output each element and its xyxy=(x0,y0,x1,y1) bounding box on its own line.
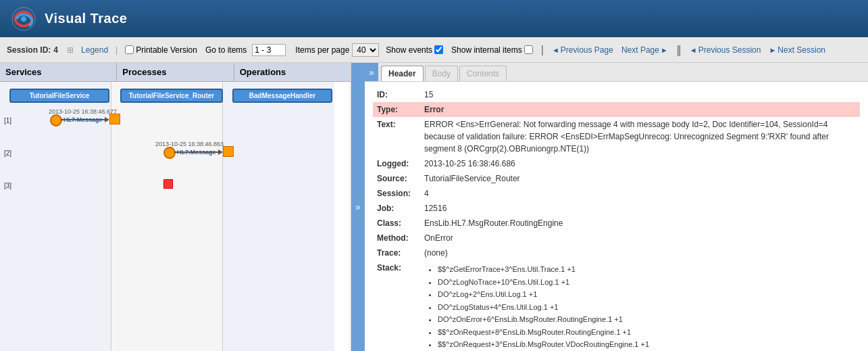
row-source: Source: TutorialFileService_Router xyxy=(373,171,860,186)
col-header-services: Services xyxy=(0,63,117,81)
show-events-checkbox[interactable] xyxy=(434,45,443,54)
row-id: ID: 15 xyxy=(373,87,860,102)
diagram-panel: Services Processes Operations TutorialFi… xyxy=(0,63,351,351)
expand-right-button[interactable]: » xyxy=(365,63,378,81)
printable-checkbox[interactable] xyxy=(125,45,134,54)
row-trace: Trace: (none) xyxy=(373,245,860,260)
col-header-operations: Operations xyxy=(234,63,351,81)
tab-bar: Header Body Contents xyxy=(378,63,509,81)
legend-link[interactable]: Legend xyxy=(81,45,108,55)
field-source-label: Source: xyxy=(373,171,420,186)
msg-circle-2[interactable] xyxy=(163,147,176,159)
row-job: Job: 12516 xyxy=(373,201,860,216)
toolbar: Session ID: 4 ⊞ Legend | Printable Versi… xyxy=(0,37,868,63)
field-method-label: Method: xyxy=(373,231,420,245)
goto-label: Go to items xyxy=(205,45,247,55)
tab-header[interactable]: Header xyxy=(381,66,424,81)
detail-table: ID: 15 Type: Error Text: ERROR <Ens>ErrG… xyxy=(373,87,860,351)
printable-checkbox-label[interactable]: Printable Version xyxy=(125,45,197,55)
stack-item: DO^zLogNoTrace+10^Ens.Util.Log.1 +1 xyxy=(438,276,856,289)
field-type-label: Type: xyxy=(373,102,420,117)
stack-item: DO^zLogStatus+4^Ens.Util.Log.1 +1 xyxy=(438,301,856,314)
field-trace-value: (none) xyxy=(420,245,860,260)
row-class: Class: EnsLib.HL7.MsgRouter.RoutingEngin… xyxy=(373,216,860,231)
show-events-label[interactable]: Show events xyxy=(386,45,443,55)
msg-arrowhead-1 xyxy=(105,117,109,122)
field-session-value: 4 xyxy=(420,186,860,201)
row-session: Session: 4 xyxy=(373,186,860,201)
prev-session-button[interactable]: ◄ Previous Session xyxy=(687,45,764,55)
field-job-value: 12516 xyxy=(420,201,860,216)
field-method-value: OnError xyxy=(420,231,860,245)
stack-item: $$^zOnRequest+8^EnsLib.MsgRouter.Routing… xyxy=(438,326,856,339)
msg-circle-1[interactable] xyxy=(50,114,62,126)
service-badmessage[interactable]: BadMessageHandler xyxy=(232,89,332,103)
stack-item: $$^zGetErrorTrace+3^Ens.Util.Trace.1 +1 xyxy=(438,263,856,276)
stack-item: DO^zOnError+6^EnsLib.MsgRouter.RoutingEn… xyxy=(438,313,856,326)
msg-line-1 xyxy=(61,119,107,120)
items-per-page-label: Items per page xyxy=(295,45,349,55)
prev-session-arrow-icon: ◄ xyxy=(690,46,697,54)
service-tutorialfile[interactable]: TutorialFileService xyxy=(9,89,109,103)
field-logged-value: 2013-10-25 16:38:46.686 xyxy=(420,156,860,171)
next-page-button[interactable]: Next Page ► xyxy=(619,45,671,55)
field-session-label: Session: xyxy=(373,186,420,201)
service-router[interactable]: TutorialFileService_Router xyxy=(120,89,223,103)
tab-body[interactable]: Body xyxy=(425,66,458,81)
field-text-value: ERROR <Ens>ErrGeneral: Not forwarding me… xyxy=(420,117,860,156)
main-content: Services Processes Operations TutorialFi… xyxy=(0,63,868,351)
field-source-value: TutorialFileService_Router xyxy=(420,171,860,186)
col-header-processes: Processes xyxy=(117,63,234,81)
session-id-value: 4 xyxy=(53,45,58,55)
session-id-label: Session ID: xyxy=(7,45,51,55)
right-panel-header: » Header Body Contents xyxy=(365,63,868,82)
lane-processes xyxy=(111,82,223,351)
show-internal-checkbox[interactable] xyxy=(524,45,533,54)
row-stack: Stack: $$^zGetErrorTrace+3^Ens.Util.Trac… xyxy=(373,260,860,351)
msg-index-2: [2] xyxy=(4,149,11,157)
field-text-label: Text: xyxy=(373,117,420,156)
next-session-button[interactable]: ► Next Session xyxy=(766,45,828,55)
app-header: Visual Trace xyxy=(0,0,868,37)
app-title: Visual Trace xyxy=(45,11,127,26)
msg-line-2 xyxy=(174,151,220,153)
tab-contents[interactable]: Contents xyxy=(459,66,507,81)
row-type: Type: Error xyxy=(373,102,860,117)
prev-page-arrow-icon: ◄ xyxy=(552,46,559,54)
stack-item: DO^zLog+2^Ens.Util.Log.1 +1 xyxy=(438,288,856,301)
field-class-label: Class: xyxy=(373,216,420,231)
field-job-label: Job: xyxy=(373,201,420,216)
diagram-header: Services Processes Operations xyxy=(0,63,351,82)
next-page-arrow-icon: ► xyxy=(661,46,668,54)
field-trace-label: Trace: xyxy=(373,245,420,260)
msg-box-1 xyxy=(109,114,120,124)
field-type-value: Error xyxy=(420,102,860,117)
app-logo-icon xyxy=(11,6,36,32)
show-internal-label[interactable]: Show internal items xyxy=(451,45,533,55)
detail-content: ID: 15 Type: Error Text: ERROR <Ens>ErrG… xyxy=(365,82,868,351)
stack-list: $$^zGetErrorTrace+3^Ens.Util.Trace.1 +1D… xyxy=(424,263,856,351)
prev-page-button[interactable]: ◄ Previous Page xyxy=(549,45,616,55)
goto-input[interactable] xyxy=(252,44,286,56)
row-text: Text: ERROR <Ens>ErrGeneral: Not forward… xyxy=(373,117,860,156)
field-class-value: EnsLib.HL7.MsgRouter.RoutingEngine xyxy=(420,216,860,231)
stack-item: $$^zOnRequest+3^EnsLib.MsgRouter.VDocRou… xyxy=(438,338,856,351)
row-logged: Logged: 2013-10-25 16:38:46.686 xyxy=(373,156,860,171)
msg-error-box-3[interactable] xyxy=(163,179,173,189)
msg-index-3: [3] xyxy=(4,182,11,189)
row-method: Method: OnError xyxy=(373,231,860,245)
msg-box-2 xyxy=(223,146,234,157)
field-stack-value: $$^zGetErrorTrace+3^Ens.Util.Trace.1 +1D… xyxy=(420,260,860,351)
msg-index-1: [1] xyxy=(4,117,11,124)
field-logged-label: Logged: xyxy=(373,156,420,171)
lane-operations xyxy=(223,82,334,351)
field-id-label: ID: xyxy=(373,87,420,102)
collapse-left-button[interactable]: » xyxy=(351,63,365,351)
field-id-value: 15 xyxy=(420,87,860,102)
items-per-page-select[interactable]: 40 20 80 xyxy=(352,43,379,57)
svg-point-1 xyxy=(21,16,26,22)
diagram-body: TutorialFileService TutorialFileService_… xyxy=(0,82,351,351)
next-session-arrow-icon: ► xyxy=(769,46,776,54)
msg-arrowhead-2 xyxy=(218,149,223,155)
field-stack-label: Stack: xyxy=(373,260,420,351)
